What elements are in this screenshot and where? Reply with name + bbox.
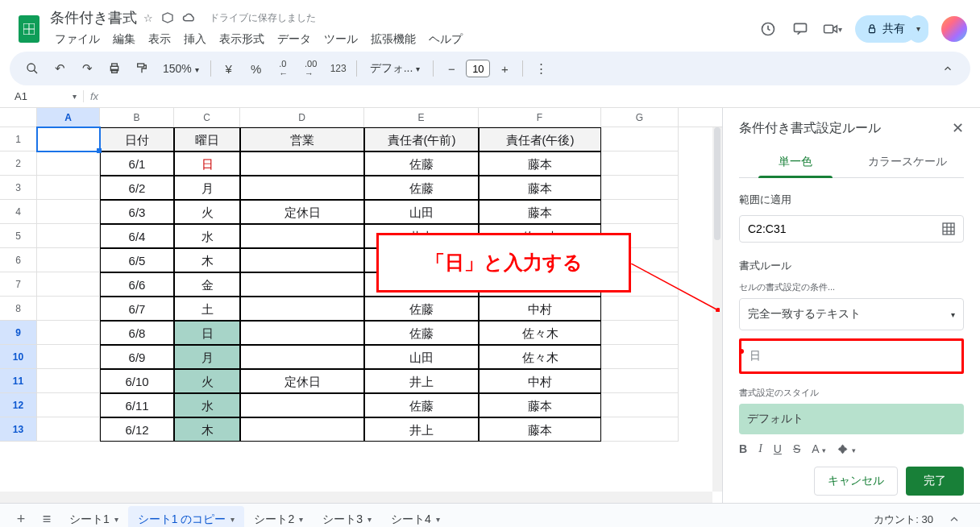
select-all-corner[interactable] <box>0 108 37 127</box>
cell[interactable] <box>37 272 100 297</box>
cell[interactable] <box>601 321 679 345</box>
cell[interactable]: 月 <box>174 176 240 200</box>
cell[interactable]: 6/2 <box>100 176 174 200</box>
row-header[interactable]: 12 <box>0 393 37 417</box>
cell[interactable] <box>37 151 100 176</box>
cell[interactable]: 6/3 <box>100 200 174 224</box>
sheet-tab-dropdown-icon[interactable]: ▾ <box>299 515 303 524</box>
cell[interactable]: 井上 <box>364 369 479 393</box>
cell[interactable]: 藤本 <box>479 393 601 417</box>
row-header[interactable]: 6 <box>0 248 37 272</box>
cell[interactable] <box>37 417 100 442</box>
cell[interactable]: 佐藤 <box>364 297 479 321</box>
document-title[interactable]: 条件付き書式 <box>50 8 137 27</box>
cell[interactable] <box>601 127 679 151</box>
row-header[interactable]: 10 <box>0 345 37 369</box>
font-select[interactable]: デフォ... ▾ <box>365 60 426 77</box>
cell[interactable]: 6/7 <box>100 297 174 321</box>
col-header-b[interactable]: B <box>100 108 174 127</box>
sheet-tab[interactable]: シート4 ▾ <box>381 506 450 528</box>
cancel-button[interactable]: キャンセル <box>814 467 898 496</box>
increase-font-icon[interactable]: + <box>495 59 514 78</box>
sheet-tab[interactable]: シート1 のコピー ▾ <box>128 506 245 528</box>
row-header[interactable]: 1 <box>0 127 37 151</box>
number-format-icon[interactable]: 123 <box>329 59 348 78</box>
cell[interactable]: 金 <box>174 272 240 297</box>
col-header-f[interactable]: F <box>479 108 601 127</box>
horizontal-scrollbar[interactable] <box>0 492 712 503</box>
menu-edit[interactable]: 編集 <box>108 29 140 50</box>
col-header-e[interactable]: E <box>364 108 479 127</box>
history-icon[interactable] <box>758 19 778 39</box>
cell[interactable] <box>240 345 364 369</box>
cell[interactable]: 日 <box>174 321 240 345</box>
cell[interactable]: 6/10 <box>100 369 174 393</box>
col-header-g[interactable]: G <box>601 108 679 127</box>
cell[interactable]: 土 <box>174 297 240 321</box>
range-input-box[interactable] <box>739 215 964 243</box>
cell[interactable]: 責任者(午後) <box>479 127 601 151</box>
cell[interactable]: 木 <box>174 248 240 272</box>
cell[interactable]: 日付 <box>100 127 174 151</box>
more-toolbar-icon[interactable]: ⋮ <box>531 59 550 78</box>
spreadsheet-grid[interactable]: A B C D E F G 1日付曜日営業責任者(午前)責任者(午後)26/1日… <box>0 108 722 503</box>
account-avatar[interactable] <box>941 16 967 42</box>
row-header[interactable]: 11 <box>0 369 37 393</box>
decrease-font-icon[interactable]: − <box>442 59 461 78</box>
cell[interactable]: 木 <box>174 417 240 442</box>
cell[interactable]: 佐藤 <box>364 321 479 345</box>
cell[interactable]: 火 <box>174 200 240 224</box>
search-icon[interactable] <box>23 59 42 78</box>
cell[interactable] <box>601 176 679 200</box>
cell[interactable] <box>601 200 679 224</box>
row-header[interactable]: 2 <box>0 151 37 176</box>
row-header[interactable]: 13 <box>0 417 37 442</box>
cell[interactable]: 6/1 <box>100 151 174 176</box>
cell[interactable]: 佐藤 <box>364 393 479 417</box>
cell[interactable]: 責任者(午前) <box>364 127 479 151</box>
tab-color-scale[interactable]: カラースケール <box>852 147 965 177</box>
cell[interactable]: 藤本 <box>479 200 601 224</box>
menu-data[interactable]: データ <box>272 29 316 50</box>
explore-icon[interactable] <box>948 513 972 526</box>
cell[interactable] <box>240 393 364 417</box>
italic-icon[interactable]: I <box>758 442 762 455</box>
cell[interactable]: 藤本 <box>479 151 601 176</box>
add-sheet-icon[interactable]: + <box>8 507 34 528</box>
paint-format-icon[interactable] <box>132 59 152 78</box>
menu-help[interactable]: ヘルプ <box>424 29 467 50</box>
cell[interactable]: 6/5 <box>100 248 174 272</box>
condition-select[interactable]: 完全一致するテキスト ▾ <box>739 298 964 330</box>
cell[interactable]: 佐藤 <box>364 176 479 200</box>
sheet-tab-dropdown-icon[interactable]: ▾ <box>368 515 372 524</box>
condition-value-input[interactable]: 日 <box>739 338 964 374</box>
cell[interactable] <box>240 272 364 297</box>
sheet-tab-dropdown-icon[interactable]: ▾ <box>230 515 235 524</box>
cell[interactable] <box>37 224 100 248</box>
cell[interactable]: 佐藤 <box>364 151 479 176</box>
increase-decimal-icon[interactable]: .00→ <box>301 59 321 78</box>
cell[interactable] <box>37 200 100 224</box>
cell[interactable]: 定休日 <box>240 369 364 393</box>
cell[interactable]: 6/6 <box>100 272 174 297</box>
cell[interactable] <box>240 417 364 442</box>
close-panel-icon[interactable]: ✕ <box>952 119 964 137</box>
sheet-tab-dropdown-icon[interactable]: ▾ <box>114 515 118 524</box>
cell[interactable]: 水 <box>174 393 240 417</box>
cell[interactable] <box>601 151 679 176</box>
row-header[interactable]: 9 <box>0 321 37 345</box>
range-input[interactable] <box>748 222 942 235</box>
cell[interactable] <box>240 248 364 272</box>
cell[interactable]: 藤本 <box>479 176 601 200</box>
print-icon[interactable] <box>105 59 124 78</box>
undo-icon[interactable]: ↶ <box>50 59 69 78</box>
row-header[interactable]: 3 <box>0 176 37 200</box>
percent-icon[interactable]: % <box>247 59 266 78</box>
cell[interactable]: 6/12 <box>100 417 174 442</box>
sheet-tab[interactable]: シート1 ▾ <box>60 506 128 528</box>
cell[interactable] <box>37 345 100 369</box>
sheet-tab[interactable]: シート2 ▾ <box>244 506 313 528</box>
cell[interactable]: 6/8 <box>100 321 174 345</box>
menu-format[interactable]: 表示形式 <box>214 29 269 50</box>
cell[interactable]: 曜日 <box>174 127 240 151</box>
